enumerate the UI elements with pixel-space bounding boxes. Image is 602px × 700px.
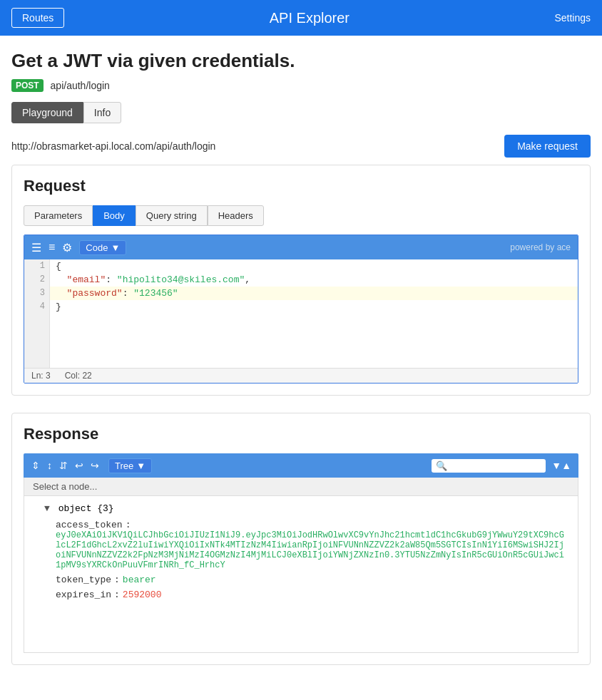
search-input[interactable]	[447, 460, 533, 470]
field-value-access-token: eyJ0eXAiOiJKV1QiLCJhbGciOiJIUzI1NiJ9.eyJ…	[56, 530, 569, 570]
page-title: Get a JWT via given credentials.	[11, 50, 591, 72]
filter-up-icon[interactable]: ▲	[561, 460, 571, 471]
filter-down-icon[interactable]: ▼	[551, 460, 561, 471]
code-body[interactable]: 1 { 2 "email": "hipolito34@skiles.com", …	[24, 259, 578, 368]
request-title: Request	[24, 177, 578, 195]
field-name-token-type: token_type	[56, 575, 111, 585]
request-section: Request Parameters Body Query string Hea…	[11, 165, 591, 396]
tree-label: Tree	[115, 460, 133, 471]
code-line-1: 1 {	[24, 259, 578, 273]
tree-dropdown[interactable]: Tree ▼	[108, 458, 152, 473]
code-dropdown[interactable]: Code ▼	[79, 240, 126, 255]
collapse-icon[interactable]: ▼	[44, 503, 50, 514]
toolbar-left: ☰ ≡ ⚙ Code ▼	[31, 240, 126, 255]
code-line-empty-4	[24, 354, 578, 368]
object-header: ▼ object {3}	[33, 503, 569, 514]
endpoint-row: POST api/auth/login	[11, 79, 591, 92]
header: Routes API Explorer Settings	[0, 0, 602, 36]
endpoint-path: api/auth/login	[51, 80, 110, 91]
tab-headers[interactable]: Headers	[208, 205, 264, 226]
code-line-empty-3	[24, 341, 578, 354]
expand-up-icon[interactable]: ⇕	[31, 460, 40, 471]
select-node-bar: Select a node...	[24, 478, 578, 496]
code-line-4: 4 }	[24, 300, 578, 314]
field-name-access-token: access_token	[56, 520, 123, 530]
code-toolbar: ☰ ≡ ⚙ Code ▼ powered by ace	[24, 235, 578, 259]
url-bar: http://obrasmarket-api.local.com/api/aut…	[11, 135, 591, 158]
field-expires-in: expires_in : 2592000	[33, 590, 569, 600]
code-line-empty-1	[24, 314, 578, 327]
tab-body[interactable]: Body	[93, 205, 136, 226]
response-section: Response ⇕ ↕ ⇵ ↩ ↪ Tree ▼ 🔍 ▼ ▲ Select a…	[11, 413, 591, 665]
api-url: http://obrasmarket-api.local.com/api/aut…	[11, 140, 215, 152]
powered-by-label: powered by ace	[510, 242, 571, 252]
field-name-expires-in: expires_in	[56, 590, 111, 600]
chevron-down-icon: ▼	[111, 242, 120, 253]
tab-info[interactable]: Info	[83, 102, 121, 123]
object-label: object {3}	[58, 503, 114, 514]
code-line-3: 3 "password": "123456"	[24, 287, 578, 300]
method-badge: POST	[11, 79, 44, 92]
redo-icon[interactable]: ↪	[91, 460, 99, 471]
search-icon: 🔍	[436, 460, 447, 471]
field-value-expires-in: 2592000	[123, 590, 162, 600]
align-left-icon[interactable]: ☰	[31, 241, 41, 254]
request-tabs: Parameters Body Query string Headers	[24, 205, 578, 226]
main-tabs: Playground Info	[11, 102, 591, 123]
code-footer: Ln: 3 Col: 22	[24, 368, 578, 383]
tab-playground[interactable]: Playground	[11, 102, 83, 123]
settings-button[interactable]: Settings	[554, 12, 591, 24]
field-access-token: access_token : eyJ0eXAiOiJKV1QiLCJhbGciO…	[33, 520, 569, 570]
field-token-type: token_type : bearer	[33, 575, 569, 585]
align-center-icon[interactable]: ≡	[49, 241, 55, 254]
code-line-2: 2 "email": "hipolito34@skiles.com",	[24, 273, 578, 287]
response-title: Response	[24, 425, 578, 443]
header-title: API Explorer	[270, 10, 350, 26]
expand-down-icon[interactable]: ↕	[47, 460, 52, 471]
sort-icon[interactable]: ⇵	[59, 460, 68, 471]
response-search: 🔍	[432, 459, 546, 473]
field-value-token-type: bearer	[123, 575, 156, 585]
cursor-col: Col: 22	[65, 371, 92, 381]
tab-parameters[interactable]: Parameters	[24, 205, 93, 226]
make-request-button[interactable]: Make request	[504, 135, 591, 158]
tab-query-string[interactable]: Query string	[136, 205, 208, 226]
response-body: ▼ object {3} access_token : eyJ0eXAiOiJK…	[24, 496, 578, 653]
undo-icon[interactable]: ↩	[75, 460, 83, 471]
cursor-ln: Ln: 3	[31, 371, 51, 381]
code-editor: ☰ ≡ ⚙ Code ▼ powered by ace 1 { 2	[24, 235, 578, 384]
response-toolbar: ⇕ ↕ ⇵ ↩ ↪ Tree ▼ 🔍 ▼ ▲	[24, 453, 578, 478]
chevron-down-icon: ▼	[136, 460, 146, 471]
code-line-empty-2	[24, 327, 578, 341]
settings-icon[interactable]: ⚙	[62, 241, 72, 254]
main-content: Get a JWT via given credentials. POST ap…	[0, 36, 602, 679]
routes-button[interactable]: Routes	[11, 8, 64, 28]
filter-buttons: ▼ ▲	[551, 460, 571, 471]
